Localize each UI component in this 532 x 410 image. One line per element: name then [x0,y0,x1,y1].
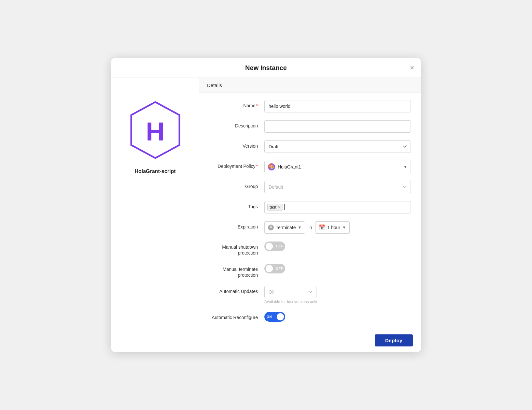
expiration-time-select[interactable]: 📅 1 hour ▼ [315,221,350,234]
form-area: Name* Description Version [199,93,421,329]
time-chevron-icon: ▼ [342,225,346,230]
tag-remove-button[interactable]: × [278,205,281,209]
calendar-icon: 📅 [319,224,325,230]
auto-updates-hint: Available for box versions only. [264,300,318,304]
auto-updates-wrap: Off On Available for box versions only. [264,286,318,304]
manual-shutdown-row: Manual shutdown protection OFF [199,238,421,260]
manual-terminate-row: Manual terminate protection OFF [199,260,421,282]
toggle-off-label: OFF [276,244,283,248]
group-row: Group Default [199,177,421,197]
expiration-label: Expiration [209,221,264,230]
modal-header: New Instance × [111,58,421,78]
tags-row: Tags test × [199,197,421,217]
auto-reconfig-control: ON [264,312,411,322]
manual-terminate-label: Manual terminate protection [209,264,264,278]
expiration-action-label: Terminate [276,225,296,230]
toggle-off-label-2: OFF [276,267,283,271]
name-input[interactable] [264,100,411,112]
name-row: Name* [199,96,421,116]
manual-shutdown-label: Manual shutdown protection [209,242,264,256]
expiration-in-label: in [308,225,312,230]
description-label: Description [209,120,264,129]
description-control [264,120,411,133]
tag-item: test × [267,204,283,211]
group-label: Group [209,181,264,189]
expiration-time-label: 1 hour [327,225,340,230]
tags-control: test × [264,201,411,213]
tags-label: Tags [209,201,264,210]
deploy-button[interactable]: Deploy [375,334,413,346]
toggle-slider: OFF [264,242,285,251]
toggle-slider-2: OFF [264,264,285,273]
app-hexagon: H [129,101,181,159]
policy-required: * [256,164,258,169]
name-control [264,100,411,112]
expiration-x-icon: ✕ [268,225,274,230]
app-icon-wrapper: H [126,97,185,163]
manual-terminate-control: OFF [264,264,411,273]
expiration-action-select[interactable]: ✕ Terminate ▼ [264,221,305,234]
deployment-policy-row: Deployment Policy* 🎨 HolaGrant1 ▼ [199,157,421,177]
modal-body: H HolaGrant-script Details Name* [111,78,421,329]
manual-terminate-toggle[interactable]: OFF [264,264,285,273]
deployment-policy-select[interactable]: 🎨 HolaGrant1 ▼ [264,161,411,173]
policy-value: HolaGrant1 [278,164,301,169]
toggle-on-label: ON [267,315,272,319]
auto-reconfig-row: Automatic Reconfigure ON [199,308,421,326]
version-label: Version [209,140,264,149]
group-control: Default [264,181,411,193]
name-label: Name* [209,100,264,109]
expiration-row: Expiration ✕ Terminate ▼ in 📅 1 hour [199,217,421,238]
tags-input[interactable]: test × [264,201,411,213]
auto-reconfig-toggle[interactable]: ON [264,312,285,322]
manual-shutdown-toggle[interactable]: OFF [264,242,285,251]
svg-text:H: H [146,117,165,146]
modal-title: New Instance [245,64,287,72]
expiration-control: ✕ Terminate ▼ in 📅 1 hour ▼ [264,221,411,234]
name-required: * [256,103,258,108]
toggle-slider-3: ON [264,312,285,322]
expiration-wrap: ✕ Terminate ▼ in 📅 1 hour ▼ [264,221,350,234]
auto-updates-control: Off On Available for box versions only. [264,286,411,304]
modal: New Instance × H HolaGrant-script Detail… [111,58,421,352]
version-row: Version Draft Latest 1.0 [199,137,421,157]
auto-updates-label: Automatic Updates [209,286,264,294]
right-panel: Details Name* Description [199,78,421,329]
expiration-chevron-icon: ▼ [298,225,301,230]
deployment-policy-label: Deployment Policy* [209,161,264,169]
description-input[interactable] [264,120,411,133]
modal-footer: Deploy [111,329,421,352]
details-header: Details [199,78,421,93]
chevron-down-icon: ▼ [403,165,407,169]
close-button[interactable]: × [410,64,414,71]
auto-updates-select[interactable]: Off On [264,286,316,298]
tag-text: test [270,205,276,210]
version-select[interactable]: Draft Latest 1.0 [264,140,411,153]
auto-reconfig-label: Automatic Reconfigure [209,312,264,320]
deployment-policy-control: 🎨 HolaGrant1 ▼ [264,161,411,173]
description-row: Description [199,116,421,137]
version-control: Draft Latest 1.0 [264,140,411,153]
tag-cursor [284,204,285,210]
manual-shutdown-control: OFF [264,242,411,251]
policy-icon: 🎨 [268,163,275,170]
left-panel: H HolaGrant-script [111,78,199,329]
auto-updates-row: Automatic Updates Off On Available for b… [199,282,421,308]
app-name: HolaGrant-script [134,168,175,174]
group-select[interactable]: Default [264,181,411,193]
